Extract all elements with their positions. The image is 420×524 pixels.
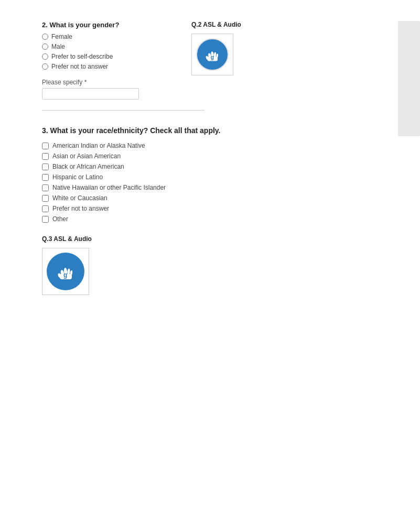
checkbox-pacific-islander-label: Native Hawaiian or other Pacific Islande… <box>52 184 166 191</box>
q3-asl-section: Q.3 ASL & Audio g <box>42 235 378 295</box>
radio-female-label: Female <box>51 33 72 40</box>
radio-female[interactable]: Female <box>42 33 139 40</box>
q3-asl-icon: g <box>52 258 79 285</box>
checkbox-asian-input[interactable] <box>42 153 49 160</box>
radio-prefer-not-label: Prefer not to answer <box>51 63 108 70</box>
section-divider <box>42 110 204 111</box>
please-specify-input[interactable] <box>42 88 139 100</box>
checkbox-white-input[interactable] <box>42 195 49 202</box>
radio-male-input[interactable] <box>42 43 48 50</box>
section-2: 2. What is your gender? Female Male Pref… <box>42 21 378 111</box>
q3-asl-label: Q.3 ASL & Audio <box>42 235 378 243</box>
q3-asl-box[interactable]: g <box>42 248 89 295</box>
checkbox-american-indian[interactable]: American Indian or Alaska Native <box>42 142 378 149</box>
checkbox-american-indian-label: American Indian or Alaska Native <box>52 142 145 149</box>
checkbox-other-label: Other <box>52 215 68 223</box>
q3-asl-icon-wrapper: g <box>47 253 84 290</box>
sidebar-decoration <box>398 21 420 136</box>
radio-male[interactable]: Male <box>42 43 139 50</box>
checkbox-other-input[interactable] <box>42 216 49 223</box>
checkbox-prefer-not-label: Prefer not to answer <box>52 205 109 212</box>
radio-self-describe-label: Prefer to self-describe <box>51 53 113 60</box>
checkbox-asian-label: Asian or Asian American <box>52 152 121 160</box>
svg-text:g: g <box>211 54 214 60</box>
question-2-label: 2. What is your gender? <box>42 21 139 29</box>
radio-self-describe[interactable]: Prefer to self-describe <box>42 53 139 60</box>
q2-asl-block: Q.2 ASL & Audio <box>191 21 241 75</box>
section-3: 3. What is your race/ethnicity? Check al… <box>42 126 378 295</box>
radio-prefer-not-input[interactable] <box>42 63 48 70</box>
radio-female-input[interactable] <box>42 34 48 40</box>
checkbox-pacific-islander[interactable]: Native Hawaiian or other Pacific Islande… <box>42 184 378 191</box>
checkbox-american-indian-input[interactable] <box>42 143 49 149</box>
checkbox-asian[interactable]: Asian or Asian American <box>42 152 378 160</box>
radio-male-label: Male <box>51 43 65 50</box>
checkbox-prefer-not[interactable]: Prefer not to answer <box>42 205 378 212</box>
checkbox-hispanic[interactable]: Hispanic or Latino <box>42 173 378 181</box>
checkbox-prefer-not-input[interactable] <box>42 205 49 212</box>
checkbox-black-label: Black or African American <box>52 163 124 170</box>
q2-asl-icon: g <box>201 43 223 66</box>
please-specify-label: Please specify * <box>42 79 139 86</box>
checkbox-white-label: White or Caucasian <box>52 194 107 202</box>
svg-text:g: g <box>63 271 67 279</box>
checkbox-white[interactable]: White or Caucasian <box>42 194 378 202</box>
radio-prefer-not[interactable]: Prefer not to answer <box>42 63 139 70</box>
please-specify-section: Please specify * <box>42 79 139 100</box>
question-3-label: 3. What is your race/ethnicity? Check al… <box>42 126 378 135</box>
checkbox-black[interactable]: Black or African American <box>42 163 378 170</box>
q2-asl-label: Q.2 ASL & Audio <box>191 21 241 28</box>
checkbox-pacific-islander-input[interactable] <box>42 184 49 191</box>
race-ethnicity-checkbox-group: American Indian or Alaska Native Asian o… <box>42 142 378 223</box>
checkbox-other[interactable]: Other <box>42 215 378 223</box>
checkbox-black-input[interactable] <box>42 163 49 170</box>
q2-asl-box[interactable]: g <box>191 34 233 75</box>
gender-radio-group: Female Male Prefer to self-describe Pref… <box>42 33 139 70</box>
radio-self-describe-input[interactable] <box>42 53 48 60</box>
q2-asl-icon-wrapper: g <box>196 38 229 71</box>
checkbox-hispanic-input[interactable] <box>42 174 49 181</box>
checkbox-hispanic-label: Hispanic or Latino <box>52 173 103 181</box>
